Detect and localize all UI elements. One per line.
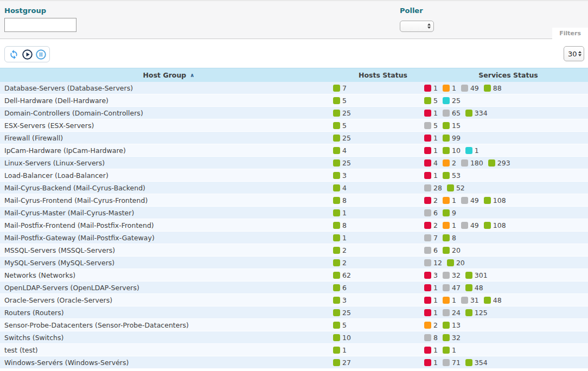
status-badge-ok[interactable]: 62 [333, 271, 351, 279]
status-badge-critical[interactable]: 1 [424, 109, 438, 117]
hostgroup-name-link[interactable]: Database-Servers (Database-Servers) [0, 84, 333, 92]
hostgroup-name-link[interactable]: Routers (Routers) [0, 309, 333, 317]
status-badge-ok[interactable]: 20 [443, 246, 461, 254]
status-badge-warning[interactable]: 1 [443, 196, 456, 204]
status-badge-ok[interactable]: 354 [465, 359, 488, 367]
status-badge-unknown[interactable]: 49 [461, 196, 479, 204]
status-badge-unknown[interactable]: 32 [443, 271, 461, 279]
filters-tab[interactable]: Filters [552, 28, 588, 39]
status-badge-ok[interactable]: 1 [333, 209, 347, 217]
status-badge-critical[interactable]: 3 [424, 271, 438, 279]
status-badge-unknown[interactable]: 65 [443, 109, 461, 117]
status-badge-critical[interactable]: 1 [424, 296, 438, 304]
hostgroup-name-link[interactable]: OpenLDAP-Servers (OpenLDAP-Servers) [0, 284, 333, 292]
status-badge-warning[interactable]: 1 [443, 221, 456, 229]
status-badge-ok[interactable]: 99 [443, 134, 461, 142]
status-badge-unknown[interactable]: 6 [424, 246, 438, 254]
status-badge-unknown[interactable]: 7 [424, 234, 438, 242]
status-badge-critical[interactable]: 4 [424, 159, 438, 167]
status-badge-ok[interactable]: 125 [465, 309, 488, 317]
status-badge-ok[interactable]: 2 [333, 259, 347, 267]
status-badge-unknown[interactable]: 24 [443, 309, 461, 317]
status-badge-ok[interactable]: 20 [447, 259, 465, 267]
hostgroup-name-link[interactable]: Mail-Cyrus-Backend (Mail-Cyrus-Backend) [0, 184, 333, 192]
status-badge-ok[interactable]: 32 [443, 334, 461, 342]
status-badge-pending[interactable]: 25 [443, 97, 461, 105]
hostgroup-name-link[interactable]: Load-Balancer (Load-Balancer) [0, 171, 333, 180]
status-badge-ok[interactable]: 4 [333, 146, 347, 155]
status-badge-warning[interactable]: 1 [443, 84, 456, 92]
status-badge-warning[interactable]: 2 [443, 159, 456, 167]
hostgroup-name-link[interactable]: Dell-Hardware (Dell-Hardware) [0, 97, 333, 105]
status-badge-ok[interactable]: 108 [484, 221, 506, 229]
status-badge-critical[interactable]: 1 [424, 171, 438, 180]
status-badge-ok[interactable]: 5 [333, 97, 347, 105]
status-badge-ok[interactable]: 9 [443, 209, 456, 217]
hostgroup-name-link[interactable]: MSSQL-Servers (MSSQL-Servers) [0, 246, 333, 254]
status-badge-critical[interactable]: 1 [424, 346, 438, 354]
status-badge-ok[interactable]: 10 [333, 334, 351, 342]
status-badge-critical[interactable]: 1 [424, 146, 438, 155]
status-badge-unknown[interactable]: 49 [461, 84, 479, 92]
status-badge-ok[interactable]: 4 [333, 184, 347, 192]
status-badge-ok[interactable]: 52 [447, 184, 465, 192]
status-badge-ok[interactable]: 53 [443, 171, 461, 180]
status-badge-unknown[interactable]: 47 [443, 284, 461, 292]
refresh-icon[interactable] [8, 48, 20, 60]
status-badge-ok[interactable]: 5 [333, 121, 347, 130]
play-icon[interactable] [21, 48, 33, 60]
hostgroup-name-link[interactable]: Mail-Postfix-Frontend (Mail-Postfix-Fron… [0, 221, 333, 229]
column-header-host-group[interactable]: Host Group∧ [0, 71, 337, 79]
status-badge-ok[interactable]: 6 [333, 284, 347, 292]
status-badge-critical[interactable]: 1 [424, 84, 438, 92]
hostgroup-name-link[interactable]: Mail-Cyrus-Frontend (Mail-Cyrus-Frontend… [0, 196, 333, 204]
status-badge-unknown[interactable]: 28 [424, 184, 442, 192]
status-badge-ok[interactable]: 2 [333, 246, 347, 254]
status-badge-ok[interactable]: 10 [443, 146, 461, 155]
hostgroup-name-link[interactable]: test (test) [0, 346, 333, 354]
status-badge-ok[interactable]: 25 [333, 134, 351, 142]
status-badge-unknown[interactable]: 5 [424, 121, 438, 130]
page-size-select[interactable]: 30 [564, 46, 584, 61]
hostgroup-name-link[interactable]: Oracle-Servers (Oracle-Servers) [0, 296, 333, 304]
poller-select[interactable] [400, 21, 434, 32]
status-badge-ok[interactable]: 7 [333, 84, 347, 92]
status-badge-critical[interactable]: 1 [424, 359, 438, 367]
status-badge-unknown[interactable]: 31 [461, 296, 479, 304]
status-badge-unknown[interactable]: 8 [424, 334, 438, 342]
status-badge-ok[interactable]: 3 [333, 171, 347, 180]
column-header-hosts-status[interactable]: Hosts Status [337, 71, 429, 79]
status-badge-ok[interactable]: 48 [465, 284, 483, 292]
status-badge-ok[interactable]: 1 [443, 346, 456, 354]
hostgroup-name-link[interactable]: Networks (Networks) [0, 271, 333, 279]
status-badge-pending[interactable]: 1 [465, 146, 479, 155]
column-header-services-status[interactable]: Services Status [429, 71, 588, 79]
status-badge-warning[interactable]: 2 [424, 321, 438, 329]
hostgroup-name-link[interactable]: Domain-Controllers (Domain-Controllers) [0, 109, 333, 117]
status-badge-ok[interactable]: 8 [333, 221, 347, 229]
status-badge-ok[interactable]: 108 [484, 196, 506, 204]
status-badge-ok[interactable]: 13 [443, 321, 461, 329]
hostgroup-name-link[interactable]: ESX-Servers (ESX-Servers) [0, 121, 333, 130]
pause-icon[interactable] [35, 48, 47, 60]
status-badge-critical[interactable]: 1 [424, 134, 438, 142]
status-badge-unknown[interactable]: 49 [461, 221, 479, 229]
status-badge-ok[interactable]: 1 [333, 234, 347, 242]
status-badge-ok[interactable]: 1 [333, 346, 347, 354]
status-badge-ok[interactable]: 27 [333, 359, 351, 367]
hostgroup-name-link[interactable]: Sensor-Probe-Datacenters (Sensor-Probe-D… [0, 321, 333, 329]
hostgroup-name-link[interactable]: Mail-Cyrus-Master (Mail-Cyrus-Master) [0, 209, 333, 217]
status-badge-ok[interactable]: 5 [424, 97, 438, 105]
status-badge-ok[interactable]: 88 [484, 84, 502, 92]
status-badge-unknown[interactable]: 180 [461, 159, 483, 167]
status-badge-unknown[interactable]: 6 [424, 209, 438, 217]
status-badge-ok[interactable]: 48 [484, 296, 502, 304]
hostgroup-name-link[interactable]: Switchs (Switchs) [0, 334, 333, 342]
hostgroup-name-link[interactable]: IpCam-Hardware (IpCam-Hardware) [0, 146, 333, 155]
status-badge-critical[interactable]: 2 [424, 221, 438, 229]
status-badge-critical[interactable]: 2 [424, 196, 438, 204]
status-badge-ok[interactable]: 25 [333, 159, 351, 167]
status-badge-ok[interactable]: 8 [443, 234, 456, 242]
status-badge-ok[interactable]: 334 [465, 109, 488, 117]
status-badge-ok[interactable]: 25 [333, 109, 351, 117]
